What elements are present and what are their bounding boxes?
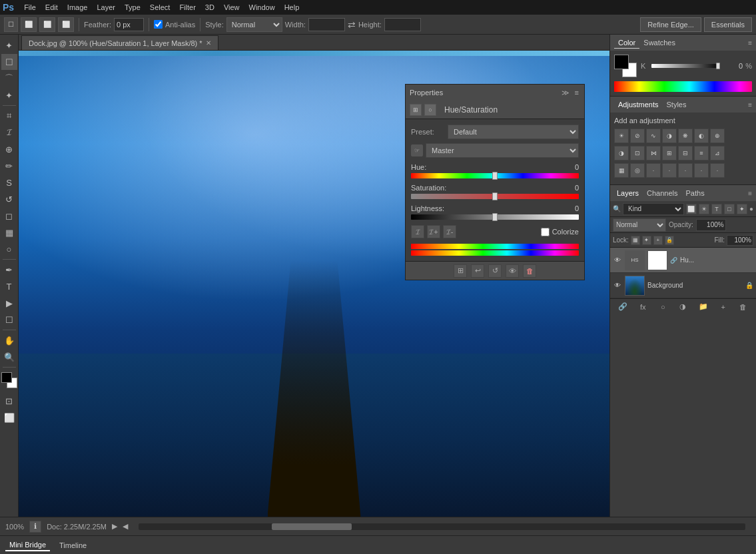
filter-toggle[interactable]: ● (749, 205, 753, 212)
document-tab[interactable]: Dock.jpg @ 100% (Hue/Saturation 1, Layer… (21, 35, 218, 50)
quick-mask-tool[interactable]: ⊡ (1, 393, 17, 409)
adj-colorlookup-icon[interactable]: ⊞ (662, 146, 677, 160)
adj-empty5-icon[interactable]: · (710, 163, 725, 178)
adj-empty4-icon[interactable]: · (694, 163, 709, 178)
properties-header[interactable]: Properties ≫ ≡ (406, 85, 584, 101)
layer-item-hue-sat[interactable]: 👁 HS 🔗 Hu... (610, 248, 756, 273)
refine-edge-btn[interactable]: Refine Edge... (640, 17, 701, 32)
adj-vibrance-icon[interactable]: ❋ (678, 129, 693, 143)
screen-mode-tool[interactable]: ⬜ (1, 410, 17, 425)
menu-window[interactable]: Window (244, 2, 280, 13)
hue-value[interactable]: 0 (575, 163, 579, 171)
lock-position-icon[interactable]: + (653, 236, 663, 245)
move-tool[interactable]: ✦ (1, 37, 17, 53)
view-previous-btn[interactable]: ↩ (471, 264, 484, 278)
timeline-prev-btn[interactable]: ◀ (123, 522, 128, 531)
colorize-checkbox[interactable] (541, 228, 550, 236)
preset-dropdown[interactable]: Default Custom (448, 125, 579, 139)
menu-help[interactable]: Help (280, 2, 304, 13)
canvas-scroll-bar[interactable] (139, 523, 745, 530)
marquee-tool[interactable]: ☐ (1, 54, 17, 70)
layer-filter-select[interactable]: Kind (623, 203, 684, 215)
pen-tool[interactable]: ✒ (1, 262, 17, 278)
rectangle-tool[interactable]: ☐ (1, 312, 17, 328)
new-group-btn[interactable]: 📁 (697, 301, 709, 313)
new-layer-btn[interactable]: + (717, 301, 729, 313)
hand-tool[interactable]: ✋ (1, 332, 17, 348)
layer-item-background[interactable]: 👁 Background 🔒 (610, 273, 756, 298)
channels-tab[interactable]: Channels (644, 188, 680, 198)
history-brush-tool[interactable]: ↺ (1, 191, 17, 207)
gradient-tool[interactable]: ▦ (1, 224, 17, 240)
lasso-tool[interactable]: ⌒ (1, 71, 17, 87)
hue-slider-thumb[interactable] (492, 172, 498, 180)
delete-layer-btn[interactable]: 🗑 (737, 301, 749, 313)
healing-tool[interactable]: ⊕ (1, 141, 17, 157)
lightness-slider-thumb[interactable] (492, 213, 498, 221)
rect-marquee-btn[interactable]: ⬜ (21, 17, 37, 32)
adj-empty3-icon[interactable]: · (678, 163, 693, 178)
layer-filter-adjust-icon[interactable]: ☀ (699, 204, 709, 214)
lightness-value[interactable]: 0 (575, 204, 579, 212)
adjustments-panel-menu[interactable]: ≡ (748, 101, 752, 109)
adj-colorbalance-icon[interactable]: ⊕ (710, 129, 725, 143)
type-tool[interactable]: T (1, 278, 17, 294)
blend-mode-select[interactable]: Normal Dissolve Multiply Screen (613, 218, 666, 232)
menu-3d[interactable]: 3D (200, 2, 219, 13)
fg-preview[interactable] (614, 55, 629, 69)
properties-menu-btn[interactable]: ≡ (573, 89, 580, 97)
adj-bw-icon[interactable]: ◑ (614, 146, 629, 160)
menu-view[interactable]: View (219, 2, 244, 13)
eyedropper-btn[interactable]: 𝓘 (411, 225, 424, 238)
pixel-mask-tab[interactable]: ○ (424, 104, 436, 116)
color-tab[interactable]: Color (614, 37, 639, 49)
adj-photofilter-icon[interactable]: ⊡ (630, 146, 645, 160)
single-col-marquee-btn[interactable]: ⬜ (58, 17, 74, 32)
reset-btn[interactable]: ↺ (488, 264, 502, 278)
timeline-play-btn[interactable]: ▶ (112, 522, 117, 531)
hue-slider-track[interactable] (411, 173, 579, 178)
clone-tool[interactable]: S (1, 174, 17, 190)
canvas-scroll-thumb[interactable] (272, 523, 352, 530)
menu-file[interactable]: File (19, 2, 41, 13)
lock-move-icon[interactable]: ✦ (642, 236, 651, 245)
status-info-btn[interactable]: ℹ (29, 521, 41, 533)
menu-type[interactable]: Type (120, 2, 145, 13)
menu-filter[interactable]: Filter (175, 2, 200, 13)
selection-tool-btn[interactable]: ☐ (4, 17, 18, 32)
fill-input[interactable] (727, 235, 753, 246)
fg-bg-swatches[interactable] (614, 55, 637, 77)
new-adjustment-btn[interactable]: ◑ (677, 301, 689, 313)
delete-btn[interactable]: 🗑 (523, 264, 536, 278)
channel-finger-icon[interactable]: ☞ (411, 144, 423, 156)
crop-tool[interactable]: ⌗ (1, 108, 17, 124)
adj-curves-icon[interactable]: ∿ (646, 129, 661, 143)
channel-dropdown[interactable]: Master Reds Yellows Greens Cyans Blues M… (426, 143, 579, 158)
link-layers-btn[interactable]: 🔗 (617, 301, 629, 313)
lightness-slider-track[interactable] (411, 214, 579, 220)
eraser-tool[interactable]: ◻ (1, 208, 17, 224)
eyedropper-add-btn[interactable]: 𝓘+ (427, 225, 440, 238)
dodge-tool[interactable]: ○ (1, 241, 17, 257)
styles-tab[interactable]: Styles (663, 99, 691, 110)
layer-filter-pixel-icon[interactable]: ⬜ (686, 204, 697, 214)
toggle-visibility-btn[interactable]: 👁 (506, 264, 519, 278)
magic-wand-tool[interactable]: ✦ (1, 87, 17, 103)
swatches-tab[interactable]: Swatches (639, 37, 679, 48)
layer-link-icon-1[interactable]: 🔗 (670, 257, 677, 264)
swap-icon[interactable]: ⇄ (348, 19, 356, 30)
adj-posterize-icon[interactable]: ≡ (694, 146, 709, 160)
adj-invert-icon[interactable]: ⊟ (678, 146, 693, 160)
adjustments-tab[interactable]: Adjustments (614, 99, 663, 110)
add-style-btn[interactable]: fx (637, 301, 649, 313)
mini-bridge-tab[interactable]: Mini Bridge (5, 539, 50, 551)
k-slider-thumb[interactable] (716, 63, 720, 69)
menu-layer[interactable]: Layer (92, 2, 120, 13)
document-close-btn[interactable]: ✕ (206, 39, 211, 47)
add-mask-btn[interactable]: ○ (657, 301, 669, 313)
lock-pixel-icon[interactable]: ▦ (631, 236, 640, 245)
brush-tool[interactable]: ✏ (1, 158, 17, 174)
layer-visibility-btn-2[interactable]: 👁 (613, 281, 622, 290)
menu-edit[interactable]: Edit (41, 2, 63, 13)
adj-empty1-icon[interactable]: · (646, 163, 661, 178)
